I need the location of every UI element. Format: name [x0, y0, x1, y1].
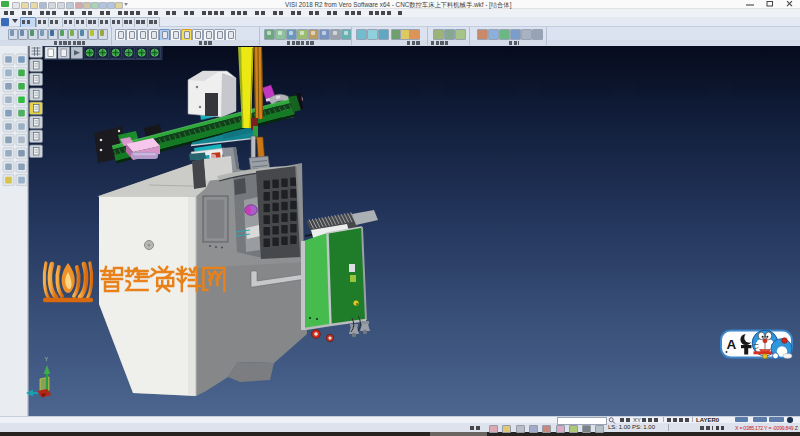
svg-text:Y: Y [45, 356, 49, 362]
svg-text:A: A [727, 337, 737, 352]
